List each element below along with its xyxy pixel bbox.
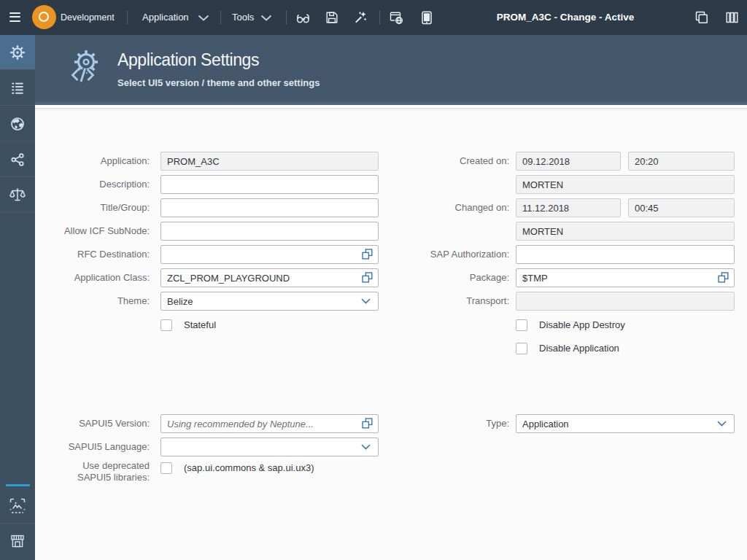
web-preview-icon[interactable] (390, 11, 404, 25)
share-icon (10, 152, 25, 167)
globe-icon (9, 116, 26, 132)
sidebar-item-share[interactable] (0, 142, 35, 177)
changed-by-input[interactable] (516, 222, 735, 241)
stateful-label: Stateful (184, 319, 216, 331)
settings-form: Application: Description: Title/Group: A… (35, 108, 747, 560)
title-group-label: Title/Group: (35, 198, 150, 217)
application-label: Application: (35, 152, 150, 171)
list-icon (10, 81, 25, 96)
separator (286, 10, 287, 25)
chevron-down-icon (361, 444, 371, 450)
rfc-destination-label: RFC Destination: (35, 245, 150, 264)
chevron-down-icon (260, 15, 272, 21)
created-by-input[interactable] (516, 175, 735, 194)
deprecated-libs-hint: (sap.ui.commons & sap.ui.ux3) (184, 462, 314, 474)
app-settings-icon (69, 50, 103, 88)
store-icon (9, 534, 26, 550)
created-date-input[interactable] (516, 152, 621, 171)
disable-app-destroy-label: Disable App Destroy (539, 319, 625, 331)
sidebar-item-list[interactable] (0, 71, 35, 106)
changed-time-input[interactable] (628, 198, 735, 217)
sap-authorization-label: SAP Authorization: (289, 245, 509, 264)
sidebar-item-store[interactable] (0, 524, 35, 559)
deprecated-libs-label: Use deprecated SAPUI5 libraries: (68, 460, 150, 483)
changed-date-input[interactable] (516, 198, 621, 217)
deprecated-libs-checkbox[interactable] (160, 462, 172, 474)
page-title: Application Settings (117, 50, 259, 70)
changed-on-label: Changed on: (289, 198, 509, 217)
description-input[interactable] (160, 175, 379, 194)
product-name: Development (61, 0, 115, 35)
show-glasses-icon[interactable] (296, 12, 311, 23)
tablet-icon[interactable] (421, 11, 433, 25)
package-input[interactable] (516, 268, 735, 287)
sidebar-item-settings[interactable] (0, 35, 35, 70)
type-label: Type: (289, 414, 509, 433)
sidebar-item-authorizations[interactable] (0, 178, 35, 213)
value-help-icon[interactable] (718, 272, 729, 283)
application-class-label: Application Class: (35, 268, 150, 287)
description-label: Description: (35, 175, 150, 194)
sapui5-version-label: SAPUI5 Version: (35, 414, 150, 433)
sap-authorization-input[interactable] (516, 245, 735, 264)
gear-icon (9, 44, 26, 61)
save-icon[interactable] (326, 12, 338, 23)
stateful-checkbox[interactable] (160, 319, 172, 331)
chevron-down-icon (717, 421, 727, 427)
transport-input[interactable] (516, 292, 735, 311)
columns-icon[interactable] (726, 12, 738, 23)
menu-application[interactable]: Application (142, 0, 189, 35)
package-label: Package: (289, 268, 509, 287)
page-subtitle: Select UI5 version / theme and other set… (117, 77, 320, 88)
disable-app-destroy-checkbox[interactable] (516, 319, 527, 331)
top-bar: Development Application Tools PROM_A3C -… (0, 0, 747, 35)
sidebar-item-world[interactable] (0, 106, 35, 141)
page-header: Application Settings Select UI5 version … (35, 35, 747, 105)
sidebar (0, 35, 35, 560)
created-time-input[interactable] (628, 152, 735, 171)
wand-icon[interactable] (354, 11, 367, 24)
scales-icon (9, 187, 26, 203)
neptune-logo[interactable] (32, 5, 56, 29)
sapui5-language-label: SAPUI5 Language: (35, 438, 150, 456)
menu-icon[interactable] (9, 12, 20, 22)
separator (127, 10, 128, 25)
disable-application-checkbox[interactable] (516, 343, 527, 354)
theme-label: Theme: (35, 292, 150, 311)
separator (379, 10, 380, 25)
copy-icon[interactable] (695, 11, 708, 24)
window-title: PROM_A3C - Change - Active (452, 0, 678, 35)
sapui5-language-select[interactable] (160, 438, 379, 456)
menu-tools[interactable]: Tools (232, 0, 254, 35)
disable-application-label: Disable Application (539, 343, 619, 354)
transport-label: Transport: (289, 292, 509, 311)
created-on-label: Created on: (289, 152, 509, 171)
sidebar-item-screenshot[interactable] (0, 489, 35, 524)
image-capture-icon (9, 498, 26, 514)
chevron-down-icon (198, 15, 209, 21)
allow-icf-subnode-input[interactable] (160, 222, 379, 241)
allow-icf-subnode-label: Allow ICF SubNode: (35, 222, 150, 241)
sidebar-indicator (6, 484, 30, 486)
type-select[interactable]: Application (516, 414, 735, 433)
separator (220, 10, 221, 25)
